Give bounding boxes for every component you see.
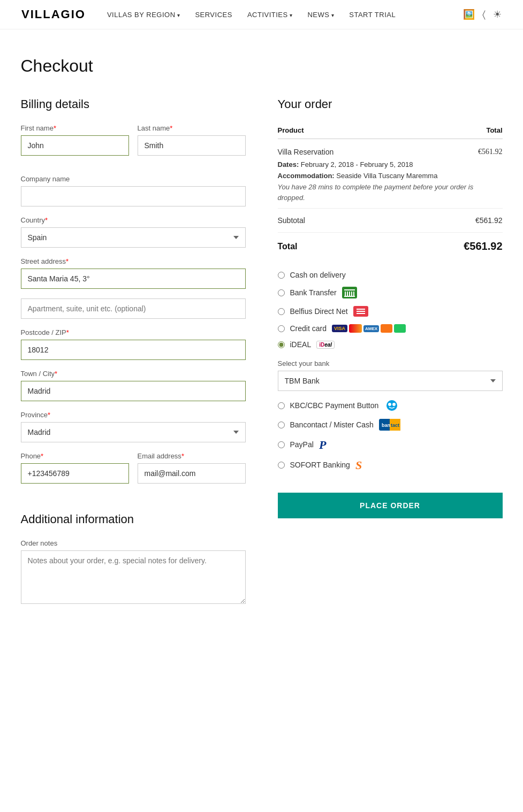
billing-heading: Billing details bbox=[21, 97, 246, 111]
foursquare-icon[interactable]: 〈 bbox=[482, 9, 486, 20]
payment-radio-bancontact[interactable] bbox=[278, 422, 285, 428]
payment-radio-kbc[interactable] bbox=[278, 402, 285, 409]
sofort-icon-svg: S bbox=[355, 458, 368, 471]
notes-label: Order notes bbox=[21, 539, 246, 547]
order-subtotal: Subtotal €561.92 bbox=[278, 209, 503, 233]
postcode-group: Postcode / ZIP* bbox=[21, 328, 246, 360]
visa-icon: VISA bbox=[332, 325, 347, 332]
payment-label-bank: Bank Transfer bbox=[290, 288, 337, 297]
svg-rect-6 bbox=[353, 292, 354, 296]
town-input[interactable] bbox=[21, 381, 246, 401]
nav-news[interactable]: NEWS bbox=[307, 11, 334, 19]
apartment-input[interactable] bbox=[21, 298, 246, 319]
payment-options: Cash on delivery Bank Transfer bbox=[278, 271, 503, 349]
street-group: Street address* bbox=[21, 257, 246, 289]
province-select[interactable]: Madrid Barcelona Valencia bbox=[21, 422, 246, 442]
province-label: Province* bbox=[21, 411, 246, 419]
last-name-input[interactable] bbox=[138, 135, 246, 156]
company-label: Company name bbox=[21, 175, 246, 183]
col-product: Product bbox=[278, 122, 479, 139]
paypal-icon-svg: P bbox=[319, 438, 330, 451]
accommodation-label: Accommodation: bbox=[278, 172, 337, 180]
payment-label-sofort: SOFORT Banking bbox=[290, 461, 350, 469]
mastercard-icon bbox=[349, 324, 362, 333]
payment-label-paypal: PayPal bbox=[290, 440, 314, 449]
maestro-icon bbox=[381, 324, 392, 333]
additional-heading: Additional information bbox=[21, 512, 246, 526]
town-group: Town / City* bbox=[21, 370, 246, 401]
svg-rect-3 bbox=[347, 292, 348, 296]
order-total: Total €561.92 bbox=[278, 233, 503, 260]
sofort-icon: S bbox=[355, 458, 368, 471]
payment-label-kbc: KBC/CBC Payment Button bbox=[290, 401, 379, 410]
payment-radio-bank[interactable] bbox=[278, 289, 285, 296]
main-nav: VILLAS BY REGION SERVICES ACTIVITIES NEW… bbox=[107, 11, 463, 19]
payment-radio-ideal[interactable] bbox=[278, 341, 285, 348]
payment-radio-cash[interactable] bbox=[278, 272, 285, 279]
page-title: Checkout bbox=[21, 56, 503, 76]
svg-point-13 bbox=[388, 403, 391, 406]
nav-start-trial[interactable]: START TRIAL bbox=[349, 11, 396, 19]
payment-option-credit: Credit card VISA AMEX bbox=[278, 324, 503, 333]
order-table: Product Total Villa Reservation Dates: F… bbox=[278, 122, 503, 209]
payment-radio-belfius[interactable] bbox=[278, 308, 285, 315]
payment-radio-sofort[interactable] bbox=[278, 462, 285, 469]
nav-services[interactable]: SERVICES bbox=[195, 11, 232, 19]
bank-transfer-icon bbox=[342, 287, 357, 298]
bank-select-label: Select your bank bbox=[278, 359, 503, 367]
payment-label-cash: Cash on delivery bbox=[290, 271, 346, 279]
header-icons: 🖼️ 〈 ☀ bbox=[463, 9, 502, 20]
payment-option-sofort: SOFORT Banking S bbox=[278, 458, 503, 471]
svg-rect-10 bbox=[357, 311, 365, 312]
accommodation-value: Seaside Villa Tuscany Maremma bbox=[336, 172, 437, 180]
other-card-icon bbox=[394, 324, 406, 333]
site-logo: VILLAGIO bbox=[21, 7, 86, 21]
payment-option-kbc: KBC/CBC Payment Button bbox=[278, 400, 503, 411]
right-column: Your order Product Total Villa Reservati… bbox=[278, 97, 503, 518]
header: VILLAGIO VILLAS BY REGION SERVICES ACTIV… bbox=[0, 0, 523, 29]
svg-rect-11 bbox=[357, 313, 365, 314]
place-order-button[interactable]: PLACE ORDER bbox=[278, 493, 503, 518]
payment-label-credit: Credit card bbox=[290, 324, 327, 333]
country-select[interactable]: Spain Italy France bbox=[21, 227, 246, 248]
last-name-label: Last name* bbox=[138, 124, 246, 132]
postcode-input[interactable] bbox=[21, 340, 246, 360]
kbc-icon-svg bbox=[384, 400, 400, 411]
instagram-icon[interactable]: ☀ bbox=[493, 9, 502, 20]
svg-rect-5 bbox=[351, 292, 352, 296]
phone-group: Phone* bbox=[21, 452, 129, 484]
payment-radio-paypal[interactable] bbox=[278, 441, 285, 448]
additional-section: Additional information Order notes bbox=[21, 512, 246, 606]
company-input[interactable] bbox=[21, 186, 246, 206]
payment-label-ideal: iDEAL bbox=[290, 340, 312, 349]
nav-activities[interactable]: ACTIVITIES bbox=[247, 11, 293, 19]
nav-villas-by-region[interactable]: VILLAS BY REGION bbox=[107, 11, 180, 19]
belfius-icon bbox=[353, 306, 368, 317]
bank-select[interactable]: TBM Bank Other Bank 1 Other Bank 2 bbox=[278, 371, 503, 391]
notes-textarea[interactable] bbox=[21, 550, 246, 604]
payment-label-bancontact: Bancontact / Mister Cash bbox=[290, 420, 374, 429]
notes-group: Order notes bbox=[21, 539, 246, 606]
svg-rect-4 bbox=[349, 292, 350, 296]
ideal-logo: iDeal bbox=[316, 341, 335, 349]
first-name-input[interactable] bbox=[21, 135, 129, 156]
order-warning: You have 28 mins to complete the payment… bbox=[278, 183, 474, 202]
bank-icon-svg bbox=[342, 287, 357, 298]
name-row: First name* Last name* bbox=[21, 124, 246, 165]
svg-text:P: P bbox=[319, 438, 327, 451]
tripadvisor-icon[interactable]: 🖼️ bbox=[463, 9, 475, 20]
kbc-icon bbox=[384, 400, 400, 411]
bancontact-icon-svg: ban tact bbox=[379, 419, 400, 431]
payment-radio-credit[interactable] bbox=[278, 325, 285, 332]
ideal-icon: iDeal bbox=[316, 341, 335, 349]
phone-input[interactable] bbox=[21, 463, 129, 484]
email-input[interactable] bbox=[138, 463, 246, 484]
svg-text:tact: tact bbox=[391, 423, 399, 428]
svg-rect-9 bbox=[357, 309, 365, 310]
payment-label-belfius: Belfius Direct Net bbox=[290, 307, 348, 316]
amex-icon: AMEX bbox=[363, 325, 379, 332]
street-input[interactable] bbox=[21, 269, 246, 289]
dates-label: Dates: bbox=[278, 160, 301, 168]
svg-rect-2 bbox=[345, 292, 346, 296]
country-group: Country* Spain Italy France bbox=[21, 216, 246, 248]
